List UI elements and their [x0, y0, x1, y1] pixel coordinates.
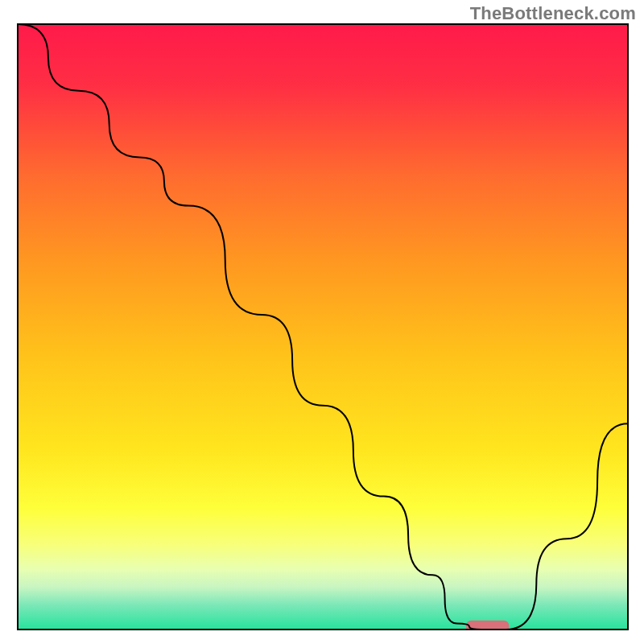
chart-container: TheBottleneck.com	[0, 0, 644, 644]
optimal-range-marker	[466, 621, 509, 633]
chart-svg	[0, 0, 644, 644]
watermark: TheBottleneck.com	[470, 3, 636, 24]
